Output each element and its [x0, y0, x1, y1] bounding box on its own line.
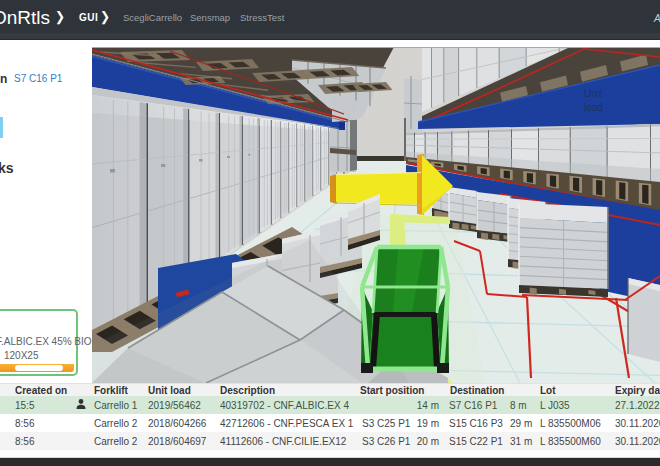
svg-text:Unit: Unit [584, 88, 602, 99]
svg-text:load: load [584, 102, 603, 113]
